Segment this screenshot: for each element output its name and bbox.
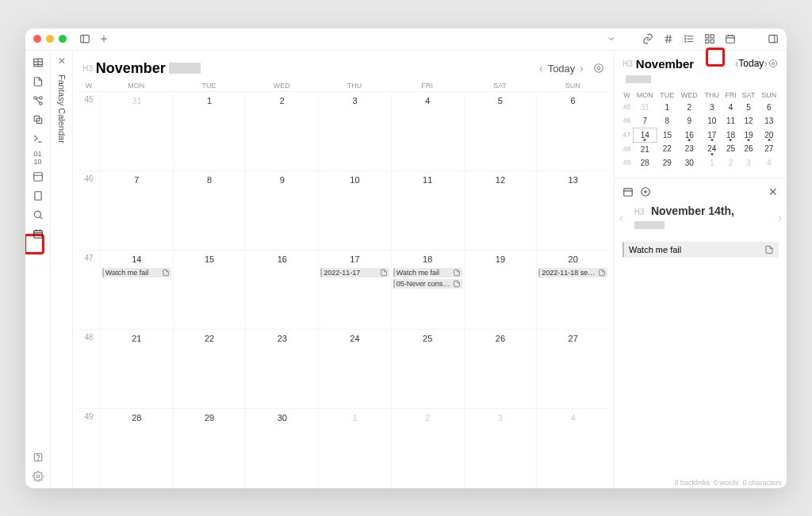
day-cell[interactable]: 12 — [464, 171, 537, 250]
mini-day[interactable]: 30 — [677, 156, 701, 170]
mini-day[interactable]: 2 — [722, 156, 739, 170]
calendar-icon[interactable] — [725, 33, 736, 44]
hash-icon[interactable] — [663, 33, 674, 44]
window-close[interactable] — [33, 35, 41, 43]
calendar-rail-icon[interactable] — [33, 228, 44, 239]
mini-day[interactable]: 7 — [633, 114, 657, 128]
mini-day[interactable]: 21 — [633, 142, 657, 156]
today-button[interactable]: Today — [548, 63, 576, 75]
mini-day[interactable]: 18 — [722, 128, 739, 142]
mini-day[interactable]: 9 — [677, 114, 701, 128]
mini-day[interactable]: 16 — [677, 128, 701, 142]
table-icon[interactable] — [33, 57, 44, 68]
day-cell[interactable]: 13 — [536, 171, 609, 250]
mini-day[interactable]: 29 — [657, 156, 677, 170]
close-note-icon[interactable]: ✕ — [768, 186, 779, 197]
mini-day[interactable]: 12 — [739, 114, 758, 128]
day-cell[interactable]: 22 — [173, 330, 246, 408]
tab-title[interactable]: Fantasy Calendar — [57, 71, 67, 147]
window-minimize[interactable] — [46, 35, 54, 43]
day-cell[interactable]: 4 — [391, 92, 464, 170]
mini-day[interactable]: 26 — [739, 142, 758, 156]
day-cell[interactable]: 2 — [391, 409, 464, 487]
mini-day[interactable]: 14 — [633, 128, 657, 142]
add-note-icon[interactable] — [640, 186, 651, 197]
close-tab-icon[interactable]: ✕ — [58, 55, 66, 67]
mini-day[interactable]: 23 — [677, 142, 701, 156]
mini-day[interactable]: 3 — [739, 156, 758, 170]
mini-day[interactable]: 11 — [722, 114, 739, 128]
day-cell[interactable]: 10 — [318, 171, 391, 250]
copy-icon[interactable] — [33, 114, 44, 125]
mini-day[interactable]: 28 — [633, 156, 657, 170]
day-cell[interactable]: 3 — [318, 92, 391, 170]
search-icon[interactable] — [33, 209, 44, 220]
day-cell[interactable]: 1 — [318, 409, 391, 487]
mini-day[interactable]: 20 — [758, 128, 779, 142]
note-event[interactable]: Watch me fail — [622, 242, 779, 258]
dropdown-icon[interactable] — [606, 33, 617, 44]
day-cell[interactable]: 25 — [391, 330, 464, 408]
day-cell[interactable]: 9 — [245, 171, 318, 250]
next-month-icon[interactable]: › — [580, 62, 584, 75]
day-cell[interactable]: 7 — [100, 171, 173, 250]
mini-day[interactable]: 2 — [677, 101, 701, 114]
help-icon[interactable] — [33, 452, 44, 463]
layout-icon[interactable] — [33, 171, 44, 182]
day-cell[interactable]: 31 — [100, 92, 173, 170]
day-cell[interactable]: 27 — [536, 330, 609, 408]
day-cell[interactable]: 2 — [245, 92, 318, 170]
mini-day[interactable]: 31 — [633, 101, 657, 114]
day-cell[interactable]: 6 — [536, 92, 609, 170]
mini-day[interactable]: 5 — [739, 101, 758, 114]
day-cell[interactable]: 4 — [536, 409, 609, 487]
day-cell[interactable]: 1 — [173, 92, 246, 170]
day-cell[interactable]: 3 — [464, 409, 537, 487]
mini-day[interactable]: 19 — [739, 128, 758, 142]
side-settings-icon[interactable] — [768, 58, 779, 69]
grid-icon[interactable] — [704, 33, 715, 44]
mini-day[interactable]: 24 — [701, 142, 722, 156]
day-cell[interactable]: 21 — [100, 330, 173, 408]
day-cell[interactable]: 8 — [173, 171, 246, 250]
settings-icon[interactable] — [33, 471, 44, 482]
note-next-icon[interactable]: › — [778, 212, 782, 224]
day-cell[interactable]: 28 — [100, 409, 173, 487]
mini-day[interactable]: 4 — [758, 156, 779, 170]
calendar-event[interactable]: 2022-11-18 send email — [538, 268, 607, 277]
day-cell[interactable]: 30 — [245, 409, 318, 487]
mini-day[interactable]: 6 — [758, 101, 779, 114]
mini-day[interactable]: 13 — [758, 114, 779, 128]
right-sidebar-icon[interactable] — [768, 33, 779, 44]
day-cell[interactable]: 18Watch me fail05-Never consume… — [391, 250, 464, 329]
calendar-event[interactable]: Watch me fail — [393, 268, 462, 277]
mini-day[interactable]: 10 — [701, 114, 722, 128]
daily-note-calendar-icon[interactable] — [622, 186, 634, 197]
day-cell[interactable]: 19 — [464, 250, 537, 329]
day-cell[interactable]: 14Watch me fail — [100, 250, 173, 329]
mini-day[interactable]: 22 — [657, 142, 677, 156]
calendar-event[interactable]: 2022-11-17 — [320, 268, 389, 277]
day-cell[interactable]: 15 — [173, 250, 246, 329]
day-cell[interactable]: 16 — [245, 250, 318, 329]
mini-day[interactable]: 1 — [657, 101, 677, 114]
note-icon[interactable] — [33, 76, 44, 87]
mini-day[interactable]: 15 — [657, 128, 677, 142]
link-icon[interactable] — [642, 33, 653, 44]
day-cell[interactable]: 202022-11-18 send email — [536, 250, 609, 329]
day-cell[interactable]: 23 — [245, 330, 318, 408]
mini-day[interactable]: 8 — [657, 114, 677, 128]
calendar-settings-icon[interactable] — [593, 63, 604, 74]
mini-calendar[interactable]: WMONTUEWEDTHUFRISATSUN453112345646789101… — [621, 90, 780, 170]
day-cell[interactable]: 172022-11-17 — [318, 250, 391, 329]
window-zoom[interactable] — [59, 35, 67, 43]
mini-day[interactable]: 1 — [701, 156, 722, 170]
page-icon[interactable] — [33, 190, 44, 201]
day-cell[interactable]: 5 — [464, 92, 537, 170]
mini-day[interactable]: 4 — [722, 101, 739, 114]
mini-day[interactable]: 3 — [701, 101, 722, 114]
side-today-button[interactable]: Today — [738, 58, 764, 69]
mini-day[interactable]: 25 — [722, 142, 739, 156]
calendar-event[interactable]: 05-Never consume… — [393, 279, 462, 289]
mini-day[interactable]: 27 — [758, 142, 779, 156]
